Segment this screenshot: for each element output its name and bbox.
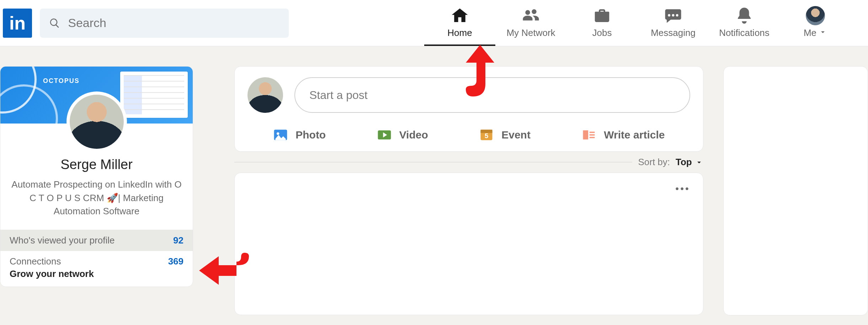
svg-rect-6 bbox=[583, 130, 589, 140]
svg-rect-9 bbox=[590, 137, 595, 138]
home-icon bbox=[450, 6, 469, 25]
stat-viewed-profile[interactable]: Who's viewed your profile 92 bbox=[0, 230, 193, 251]
compose-event-label: Event bbox=[501, 129, 531, 141]
profile-tagline: Automate Prospecting on LinkedIn with O … bbox=[0, 178, 193, 230]
nav-jobs[interactable]: Jobs bbox=[566, 0, 638, 46]
profile-card: OCTOPUS Serge Miller Automate Prospectin… bbox=[0, 66, 193, 287]
primary-nav: Home My Network Jobs Messaging Notificat… bbox=[424, 0, 851, 46]
compose-article[interactable]: Write article bbox=[581, 127, 665, 143]
sort-prefix: Sort by: bbox=[638, 157, 670, 168]
right-card bbox=[723, 66, 868, 315]
avatar-image bbox=[70, 95, 124, 149]
post-more-menu[interactable]: ••• bbox=[247, 183, 690, 194]
event-icon: 5 bbox=[479, 127, 494, 143]
compose-event[interactable]: 5 Event bbox=[479, 127, 531, 143]
profile-avatar[interactable] bbox=[66, 91, 127, 152]
annotation-arrow-viewed bbox=[199, 249, 252, 292]
stat-connections[interactable]: Connections 369 bbox=[0, 251, 193, 268]
feed-sort: Sort by: Top bbox=[234, 157, 703, 168]
stat-viewed-label: Who's viewed your profile bbox=[10, 235, 115, 246]
photo-icon bbox=[273, 127, 288, 143]
compose-photo[interactable]: Photo bbox=[273, 127, 326, 143]
feed-post: ••• bbox=[234, 173, 703, 315]
stat-viewed-value: 92 bbox=[173, 235, 183, 246]
divider bbox=[234, 162, 632, 162]
nav-home[interactable]: Home bbox=[424, 0, 495, 46]
top-nav: in Home My Network Jobs Messaging Notifi… bbox=[0, 0, 868, 46]
nav-messaging-label: Messaging bbox=[651, 27, 696, 38]
cover-graphic bbox=[120, 72, 188, 118]
video-icon bbox=[377, 127, 392, 143]
bell-icon bbox=[735, 6, 754, 25]
article-icon bbox=[581, 127, 597, 143]
people-icon bbox=[521, 6, 540, 25]
messaging-icon bbox=[664, 6, 683, 25]
svg-rect-7 bbox=[590, 132, 595, 133]
grow-network-link[interactable]: Grow your network bbox=[0, 268, 193, 287]
compose-photo-label: Photo bbox=[295, 129, 326, 141]
linkedin-logo[interactable]: in bbox=[3, 9, 32, 38]
search-icon bbox=[49, 17, 60, 29]
nav-notifications-label: Notifications bbox=[719, 27, 770, 38]
cover-brand: OCTOPUS bbox=[43, 77, 80, 85]
svg-text:5: 5 bbox=[485, 132, 488, 140]
chevron-down-icon bbox=[695, 158, 703, 167]
nav-jobs-label: Jobs bbox=[592, 27, 612, 38]
search-box[interactable] bbox=[40, 9, 289, 38]
search-input[interactable] bbox=[68, 16, 279, 30]
nav-messaging[interactable]: Messaging bbox=[638, 0, 709, 46]
svg-rect-8 bbox=[590, 134, 595, 136]
compose-avatar[interactable] bbox=[247, 77, 283, 113]
compose-video-label: Video bbox=[399, 129, 428, 141]
sort-dropdown[interactable]: Top bbox=[676, 157, 703, 168]
svg-point-1 bbox=[277, 132, 279, 135]
compose-article-label: Write article bbox=[604, 129, 665, 141]
stat-connections-value: 369 bbox=[168, 256, 183, 267]
nav-me[interactable]: Me bbox=[780, 0, 851, 46]
main-content: OCTOPUS Serge Miller Automate Prospectin… bbox=[0, 46, 868, 315]
profile-name[interactable]: Serge Miller bbox=[0, 157, 193, 172]
avatar-icon bbox=[806, 6, 825, 25]
nav-home-label: Home bbox=[447, 27, 472, 38]
compose-video[interactable]: Video bbox=[377, 127, 428, 143]
nav-me-label: Me bbox=[804, 27, 827, 38]
annotation-arrow-home bbox=[459, 45, 501, 105]
left-sidebar: OCTOPUS Serge Miller Automate Prospectin… bbox=[0, 66, 193, 315]
nav-network-label: My Network bbox=[506, 27, 555, 38]
nav-my-network[interactable]: My Network bbox=[495, 0, 566, 46]
compose-actions: Photo Video 5 Event Write article bbox=[247, 123, 690, 143]
briefcase-icon bbox=[592, 6, 612, 25]
nav-notifications[interactable]: Notifications bbox=[709, 0, 780, 46]
chevron-down-icon bbox=[819, 28, 827, 36]
right-sidebar bbox=[723, 66, 868, 315]
stat-connections-label: Connections bbox=[10, 256, 61, 267]
